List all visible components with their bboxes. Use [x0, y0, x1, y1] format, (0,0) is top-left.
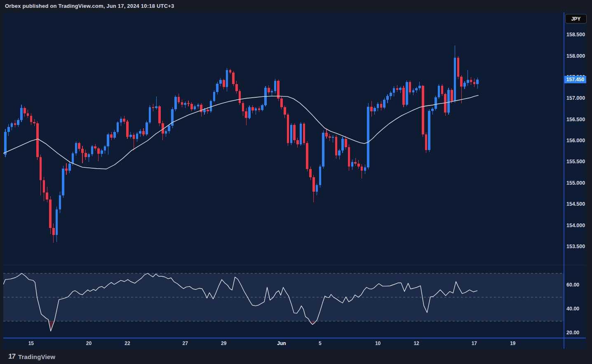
- candle-body: [133, 135, 135, 139]
- time-tick-label: 12: [407, 341, 425, 346]
- candle-body: [158, 106, 161, 123]
- candle-body: [110, 134, 113, 138]
- candle-body: [447, 90, 450, 113]
- time-tick-label: 5: [311, 341, 329, 346]
- time-tick-label: 19: [504, 341, 522, 346]
- candle-body: [354, 162, 357, 163]
- candle-body: [62, 169, 64, 195]
- candle-body: [101, 150, 103, 154]
- candle-body: [59, 195, 61, 210]
- candle-body: [470, 80, 472, 82]
- candle-body: [345, 139, 347, 147]
- price-tick-label: 155.500: [566, 159, 589, 164]
- candle-body: [415, 88, 418, 90]
- candle-body: [213, 92, 216, 101]
- candle-body: [33, 122, 35, 123]
- candle-body: [402, 88, 405, 105]
- candle-body: [322, 133, 324, 167]
- candle-body: [146, 122, 148, 134]
- candle-body: [117, 122, 119, 132]
- candle-body: [207, 110, 209, 111]
- candle-body: [235, 84, 238, 91]
- candle-body: [309, 169, 312, 178]
- chart-widget: 158.500158.000157.500157.000156.500156.0…: [3, 12, 586, 349]
- tradingview-logo-icon: 17: [8, 352, 15, 361]
- candle-body: [374, 108, 376, 111]
- candle-body: [85, 153, 87, 157]
- candle-body: [11, 123, 13, 127]
- candle-body: [30, 116, 33, 122]
- candle-body: [139, 131, 141, 134]
- candle-body: [197, 105, 200, 106]
- rsi-tick-label: 40.00: [566, 306, 589, 312]
- candle-body: [319, 167, 322, 185]
- candle-body: [190, 104, 193, 109]
- candle-body: [210, 101, 212, 112]
- candle-body: [444, 94, 446, 113]
- candle-body: [200, 105, 202, 112]
- candle-body: [393, 88, 395, 93]
- candle-body: [454, 58, 456, 101]
- currency-button[interactable]: JPY: [565, 14, 587, 23]
- candle-body: [258, 108, 261, 110]
- candle-body: [107, 134, 109, 147]
- candle-body: [268, 88, 270, 92]
- candle-body: [431, 109, 434, 111]
- candle-body: [194, 106, 196, 109]
- candle-body: [383, 100, 385, 108]
- time-tick-label: 10: [369, 341, 387, 346]
- candle-body: [104, 146, 106, 150]
- candle-body: [94, 146, 96, 148]
- candle-body: [284, 107, 286, 115]
- candle-body: [312, 177, 315, 192]
- candle-body: [409, 82, 411, 92]
- candle-body: [377, 104, 379, 108]
- candle-body: [357, 164, 360, 167]
- candle-body: [242, 103, 244, 112]
- candle-body: [17, 120, 19, 125]
- candle-body: [435, 97, 437, 109]
- candle-body: [27, 113, 29, 115]
- candle-body: [316, 185, 318, 192]
- candle-body: [219, 80, 222, 83]
- candle-body: [46, 193, 48, 199]
- candle-body: [293, 125, 296, 140]
- candle-body: [280, 99, 283, 107]
- candle-body: [126, 122, 129, 137]
- publish-caption: Orbex published on TradingView.com, Jun …: [5, 3, 174, 9]
- ma-line: [3, 95, 478, 169]
- candle-body: [97, 148, 100, 154]
- candle-body: [226, 70, 228, 87]
- candle-body: [81, 149, 84, 153]
- tradingview-logo[interactable]: 17 TradingView: [8, 352, 55, 361]
- candle-body: [300, 124, 302, 144]
- candle-body: [78, 143, 80, 148]
- price-tick-label: 155.000: [566, 180, 589, 186]
- candle-body: [68, 164, 71, 171]
- candle-body: [40, 157, 42, 180]
- price-tick-label: 153.500: [566, 244, 589, 249]
- candle-body: [306, 143, 308, 169]
- candle-body: [367, 107, 369, 167]
- candle-body: [20, 108, 23, 120]
- candle-body: [216, 84, 218, 92]
- candle-body: [396, 88, 399, 90]
- chart-canvas[interactable]: [3, 12, 586, 349]
- candle-body: [460, 77, 463, 87]
- candle-body: [406, 82, 408, 104]
- candle-body: [136, 134, 139, 139]
- candle-body: [174, 97, 177, 109]
- candle-body: [290, 125, 293, 143]
- candle-body: [390, 93, 392, 96]
- candle-body: [255, 108, 257, 110]
- candle-body: [36, 123, 39, 157]
- candle-body: [72, 153, 74, 164]
- header-bar: Orbex published on TradingView.com, Jun …: [0, 0, 592, 12]
- candle-body: [75, 143, 78, 153]
- candle-body: [476, 80, 479, 84]
- candle-body: [52, 228, 55, 235]
- candle-body: [232, 73, 235, 84]
- candle-body: [399, 88, 402, 90]
- candle-body: [187, 103, 190, 104]
- candle-body: [91, 146, 94, 154]
